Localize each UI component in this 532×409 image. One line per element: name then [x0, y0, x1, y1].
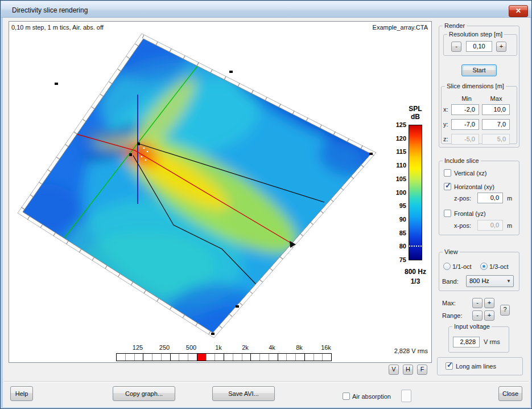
directivity-slice-dialog: Directivity slice rendering ✕	[0, 0, 532, 409]
max-minus-button[interactable]: -	[472, 298, 482, 308]
band-cell[interactable]	[314, 354, 323, 361]
band-cell[interactable]	[233, 354, 242, 361]
x-max-field[interactable]: 10,0	[482, 104, 510, 115]
freq-label: 1k	[207, 344, 230, 351]
source-marker	[137, 142, 140, 145]
colorbar-tick: 100	[387, 189, 406, 196]
colorbar-threshold-line	[409, 246, 422, 247]
band-cell[interactable]	[215, 354, 224, 361]
copy-graph-button[interactable]: Copy graph...	[113, 386, 175, 401]
close-icon: ✕	[515, 7, 521, 15]
radio-selected-dot	[482, 265, 485, 268]
band-dropdown-value: 800 Hz	[469, 277, 489, 284]
colorbar-tick: 90	[387, 216, 406, 223]
band-cell[interactable]	[224, 354, 233, 361]
colorbar-tick: 85	[387, 230, 406, 236]
min-column-header: Min	[458, 95, 475, 102]
colorbar-tick: 80	[387, 243, 406, 250]
band-cell[interactable]	[188, 354, 197, 361]
band-cell[interactable]	[259, 354, 269, 361]
band-cell[interactable]	[117, 354, 125, 361]
input-voltage-field[interactable]: 2,828	[453, 337, 480, 347]
plot-panel: 0,10 m step, 1 m tics, Air. abs. off Exa…	[9, 21, 432, 363]
frontal-yz-checkbox[interactable]	[444, 210, 451, 217]
colorbar-tick: 75	[387, 256, 406, 263]
check-icon: ✓	[447, 361, 453, 369]
view-frontal-button[interactable]: F	[417, 365, 427, 375]
band-cell[interactable]	[134, 354, 143, 361]
octave-1-1-radio[interactable]	[443, 263, 451, 270]
start-button[interactable]: Start	[461, 64, 497, 76]
resolution-minus-button[interactable]: -	[451, 42, 461, 52]
band-cell[interactable]	[206, 354, 215, 361]
frequency-band-strip[interactable]	[116, 353, 332, 361]
horizontal-xy-checkbox[interactable]: ✓	[444, 183, 451, 190]
axis-label-x: x:	[443, 106, 448, 113]
band-cell[interactable]	[125, 354, 134, 361]
band-cell[interactable]	[250, 354, 259, 361]
air-absorption-indicator[interactable]	[401, 390, 411, 402]
band-cell[interactable]	[304, 354, 314, 361]
range-label: Range:	[442, 312, 462, 319]
colorbar-tick: 110	[387, 162, 406, 169]
band-cell[interactable]	[161, 354, 170, 361]
band-cell[interactable]	[179, 354, 188, 361]
band-cell[interactable]	[242, 354, 251, 361]
voltage-unit-label: V rms	[484, 338, 500, 345]
x-min-field[interactable]: -2,0	[451, 104, 479, 115]
title-bar[interactable]: Directivity slice rendering ✕	[1, 1, 531, 18]
band-cell[interactable]	[170, 354, 179, 361]
band-cell[interactable]	[295, 354, 304, 361]
resolution-step-field[interactable]: 0,10	[466, 41, 492, 52]
band-cell[interactable]	[152, 354, 161, 361]
octave-1-3-radio[interactable]	[480, 263, 488, 270]
view-horizontal-button[interactable]: H	[403, 365, 413, 375]
include-slice-label: Include slice	[443, 157, 481, 165]
band-cell[interactable]	[278, 354, 287, 361]
band-cell[interactable]	[197, 354, 206, 361]
y-max-field[interactable]: 7,0	[482, 119, 510, 130]
close-button[interactable]: Close	[498, 386, 522, 401]
save-avi-button[interactable]: Save AVI...	[212, 386, 275, 401]
max-plus-button[interactable]: +	[484, 298, 494, 308]
scale-help-button[interactable]: ?	[500, 305, 510, 316]
colorbar-tick: 120	[387, 135, 406, 142]
freq-label: 125	[126, 344, 149, 351]
long-aim-lines-checkbox[interactable]: ✓	[446, 362, 453, 370]
z-pos-unit: m	[507, 195, 512, 202]
horizontal-xy-label: Horizontal (xy)	[454, 183, 494, 190]
band-cell[interactable]	[269, 354, 278, 361]
directivity-heatmap	[9, 22, 432, 363]
bottom-separator	[4, 381, 529, 382]
help-button[interactable]: Help	[10, 386, 33, 401]
window-title: Directivity slice rendering	[12, 6, 88, 14]
view-group-label: View	[443, 248, 460, 256]
octave-1-1-label: 1/1-oct	[452, 263, 472, 270]
max-label: Max:	[442, 300, 456, 306]
freq-label: 2k	[234, 344, 257, 351]
z-pos-label: z-pos:	[454, 195, 471, 202]
colorbar-unit-db: dB	[402, 113, 429, 121]
chevron-down-icon: ▼	[506, 279, 511, 284]
view-vertical-button[interactable]: V	[389, 365, 399, 375]
freq-label: 16k	[315, 344, 337, 351]
frontal-yz-label: Frontal (yz)	[454, 210, 486, 217]
z-pos-field[interactable]: 0,0	[477, 193, 503, 203]
band-cell[interactable]	[143, 354, 152, 361]
vertical-xz-checkbox[interactable]	[444, 169, 451, 177]
band-cell[interactable]	[322, 354, 331, 361]
range-plus-button[interactable]: +	[484, 310, 494, 321]
z-min-field: -5,0	[451, 134, 479, 145]
y-min-field[interactable]: -7,0	[451, 119, 479, 130]
close-window-button[interactable]: ✕	[509, 5, 528, 17]
air-absorption-checkbox[interactable]	[343, 392, 350, 400]
band-dropdown[interactable]: 800 Hz ▼	[466, 275, 514, 287]
colorbar-unit-spl: SPL	[402, 105, 429, 113]
source-marker	[129, 153, 132, 156]
range-minus-button[interactable]: -	[472, 310, 482, 321]
resolution-plus-button[interactable]: +	[496, 42, 506, 52]
max-column-header: Max	[488, 95, 505, 102]
colorbar-band-fraction: 1/3	[402, 277, 429, 285]
check-icon: ✓	[445, 181, 451, 190]
band-cell[interactable]	[286, 354, 295, 361]
